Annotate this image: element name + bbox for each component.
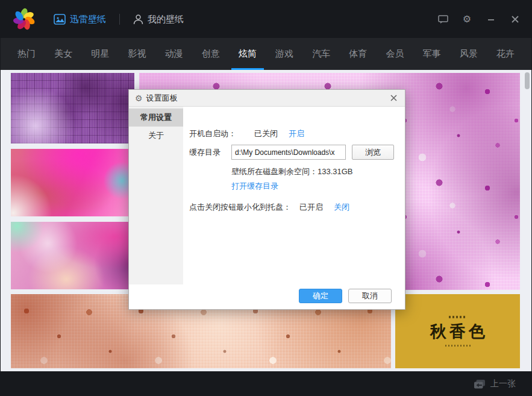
cancel-button[interactable]: 取消	[348, 289, 392, 303]
open-cache-row: 打开缓存目录	[231, 181, 278, 192]
tray-status: 已开启	[299, 202, 323, 213]
browse-button[interactable]: 浏览	[352, 145, 394, 160]
autostart-status: 已关闭	[254, 128, 278, 139]
gallery-scrollbar[interactable]	[525, 70, 530, 371]
settings-dialog-header: ⚙ 设置面板	[129, 90, 405, 107]
previous-wallpaper-button[interactable]: 上一张	[474, 379, 516, 389]
close-button[interactable]	[510, 14, 521, 25]
tab-cars[interactable]: 汽车	[311, 38, 331, 70]
settings-dialog: ⚙ 设置面板 常用设置 关于 开机自启动： 已关闭 开启 缓存目录 浏览	[128, 89, 405, 310]
bottom-bar: 上一张	[1, 371, 531, 396]
tray-disable-link[interactable]: 关闭	[334, 202, 349, 213]
tab-sports[interactable]: 体育	[348, 38, 368, 70]
tab-games[interactable]: 游戏	[274, 38, 295, 70]
app-logo-icon	[11, 7, 37, 32]
app-window: 迅雷壁纸 我的壁纸 ⚙ 热门 美女 明星 影视 动漫 创意	[0, 0, 532, 396]
yellow-card-title: 秋香色	[427, 321, 488, 342]
person-icon	[133, 14, 143, 25]
tab-anime[interactable]: 动漫	[164, 38, 184, 70]
disk-space-row: 壁纸所在磁盘剩余空间：133.31GB	[231, 166, 353, 177]
close-icon	[512, 16, 519, 23]
autostart-enable-link[interactable]: 开启	[289, 128, 304, 139]
tab-minimal-active[interactable]: 炫简	[237, 38, 258, 70]
minimize-button[interactable]	[486, 14, 496, 25]
tab-beauty[interactable]: 美女	[53, 38, 74, 70]
tab-military[interactable]: 军事	[422, 38, 442, 70]
cache-dir-label: 缓存目录	[189, 147, 221, 158]
tab-creative[interactable]: 创意	[201, 38, 221, 70]
wallpaper-thumb-pink-blur[interactable]	[11, 149, 134, 216]
window-controls: ⚙	[437, 14, 521, 25]
message-icon	[438, 15, 448, 24]
nav-my-wallpapers[interactable]: 我的壁纸	[133, 14, 184, 25]
dialog-content: 开机自启动： 已关闭 开启 缓存目录 浏览 壁纸所在磁盘剩余空间：133.31G…	[183, 107, 405, 309]
wallpaper-thumb-pastel-blur[interactable]	[11, 222, 134, 289]
tab-movies[interactable]: 影视	[127, 38, 147, 70]
scrollbar-thumb[interactable]	[525, 72, 530, 89]
disk-space-text: 壁纸所在磁盘剩余空间：133.31GB	[231, 166, 353, 177]
sidebar-item-about[interactable]: 关于	[129, 127, 183, 145]
tab-scenery[interactable]: 风景	[458, 38, 479, 70]
top-nav: 迅雷壁纸 我的壁纸	[54, 14, 184, 25]
wallpaper-thumb-yellow-card[interactable]: 秋香色	[395, 294, 520, 368]
tab-vip[interactable]: 会员	[384, 38, 405, 70]
minimize-icon	[487, 16, 495, 23]
previous-wallpaper-label: 上一张	[490, 379, 516, 389]
nav-my-wallpapers-label: 我的壁纸	[148, 14, 184, 25]
title-bar: 迅雷壁纸 我的壁纸 ⚙	[1, 1, 531, 38]
ok-button[interactable]: 确定	[299, 289, 342, 303]
tab-stars[interactable]: 明星	[90, 38, 110, 70]
previous-image-icon	[474, 379, 486, 389]
dialog-sidebar: 常用设置 关于	[129, 107, 183, 284]
gear-icon: ⚙	[463, 14, 471, 24]
tray-row: 点击关闭按钮最小化到托盘： 已开启 关闭	[189, 202, 349, 213]
dialog-gear-icon: ⚙	[135, 94, 143, 102]
yellow-card-ornament-bottom	[445, 345, 471, 347]
settings-button[interactable]: ⚙	[462, 14, 472, 25]
dialog-title: 设置面板	[146, 93, 178, 104]
dialog-close-button[interactable]	[388, 93, 399, 104]
category-tab-bar: 热门 美女 明星 影视 动漫 创意 炫简 游戏 汽车 体育 会员 军事 风景 花…	[1, 38, 531, 70]
tray-label: 点击关闭按钮最小化到托盘：	[189, 202, 291, 213]
sidebar-item-general[interactable]: 常用设置	[129, 108, 183, 127]
autostart-row: 开机自启动： 已关闭 开启	[189, 128, 304, 139]
autostart-label: 开机自启动：	[189, 128, 236, 139]
nav-divider	[119, 14, 120, 25]
nav-wallpapers-label: 迅雷壁纸	[70, 14, 106, 25]
yellow-card-ornament-top	[449, 316, 467, 318]
open-cache-dir-link[interactable]: 打开缓存目录	[231, 181, 278, 192]
wallpaper-thumb-purple[interactable]	[11, 73, 134, 143]
picture-icon	[54, 14, 66, 25]
dialog-close-icon	[390, 95, 397, 101]
tab-flowers[interactable]: 花卉	[495, 38, 516, 70]
cache-dir-row: 缓存目录 浏览	[189, 145, 394, 160]
feedback-button[interactable]	[437, 14, 448, 25]
cache-dir-input[interactable]	[231, 145, 346, 160]
nav-wallpapers[interactable]: 迅雷壁纸	[54, 14, 106, 25]
tab-hot[interactable]: 热门	[16, 38, 37, 70]
